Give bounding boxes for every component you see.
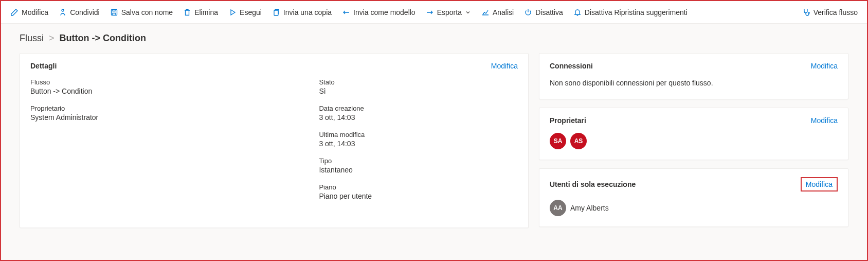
connections-title: Connessioni	[550, 62, 593, 70]
connections-empty-text: Non sono disponibili connessioni per que…	[550, 78, 838, 89]
svg-point-0	[62, 9, 64, 11]
delete-label: Elimina	[194, 8, 218, 16]
connections-card: Connessioni Modifica Non sono disponibil…	[539, 53, 848, 99]
analysis-button[interactable]: Analisi	[476, 5, 519, 20]
breadcrumb-separator: >	[49, 33, 55, 44]
status-label: Stato	[319, 78, 518, 86]
owner-value: System Administrator	[30, 113, 298, 121]
breadcrumb-current: Button -> Condition	[60, 33, 146, 44]
owners-edit-link[interactable]: Modifica	[811, 116, 838, 125]
toggle-suggestions-button[interactable]: Disattiva Ripristina suggerimenti	[568, 5, 693, 20]
send-template-label: Invia come modello	[353, 8, 415, 16]
owner-persona[interactable]: AS	[570, 133, 587, 149]
modified-value: 3 ott, 14:03	[319, 140, 518, 148]
plan-value: Piano per utente	[319, 192, 518, 200]
type-label: Tipo	[319, 157, 518, 165]
power-icon	[524, 8, 532, 16]
disable-label: Disattiva	[535, 8, 563, 16]
send-copy-button[interactable]: Invia una copia	[267, 5, 337, 20]
run-label: Esegui	[240, 8, 262, 16]
owner-persona[interactable]: SA	[550, 133, 566, 149]
share-label: Condividi	[70, 8, 100, 16]
delete-button[interactable]: Elimina	[178, 5, 223, 20]
stethoscope-icon	[802, 8, 810, 16]
svg-rect-1	[111, 9, 117, 15]
pencil-icon	[10, 8, 19, 16]
save-as-button[interactable]: Salva con nome	[105, 5, 178, 20]
export-icon	[426, 8, 434, 16]
status-value: Sì	[319, 87, 518, 95]
owners-title: Proprietari	[550, 116, 586, 125]
type-value: Istantaneo	[319, 166, 518, 174]
export-button[interactable]: Esporta	[421, 5, 476, 20]
run-only-title: Utenti di sola esecuzione	[550, 180, 636, 188]
bell-icon	[573, 8, 582, 16]
run-only-edit-link[interactable]: Modifica	[801, 177, 838, 192]
details-card: Dettagli Modifica Flusso Button -> Condi…	[20, 53, 529, 228]
details-edit-link[interactable]: Modifica	[491, 62, 518, 70]
trash-icon	[183, 8, 191, 16]
edit-button[interactable]: Modifica	[5, 5, 53, 20]
send-icon	[342, 8, 350, 16]
verify-flow-button[interactable]: Verifica flusso	[797, 5, 863, 20]
modified-label: Ultima modifica	[319, 131, 518, 138]
verify-flow-label: Verifica flusso	[813, 8, 858, 16]
export-label: Esporta	[437, 8, 462, 16]
share-button[interactable]: Condividi	[53, 5, 105, 20]
flow-label: Flusso	[30, 78, 298, 86]
details-title: Dettagli	[30, 62, 57, 70]
analysis-label: Analisi	[493, 8, 514, 16]
save-as-label: Salva con nome	[121, 8, 173, 16]
play-icon	[228, 8, 237, 16]
run-only-user-name: Amy Alberts	[570, 204, 609, 212]
created-value: 3 ott, 14:03	[319, 113, 518, 121]
svg-rect-2	[274, 10, 278, 15]
command-bar: Modifica Condividi Salva con nome Elimin…	[1, 1, 867, 24]
disable-button[interactable]: Disattiva	[519, 5, 568, 20]
chart-icon	[481, 8, 490, 16]
flow-value: Button -> Condition	[30, 87, 298, 95]
edit-label: Modifica	[22, 8, 48, 16]
send-template-button[interactable]: Invia come modello	[337, 5, 421, 20]
send-copy-label: Invia una copia	[283, 8, 332, 16]
owner-label: Proprietario	[30, 105, 298, 112]
run-only-user-persona[interactable]: AA	[550, 200, 566, 216]
breadcrumb: Flussi > Button -> Condition	[20, 33, 848, 44]
run-button[interactable]: Esegui	[223, 5, 267, 20]
copy-icon	[272, 8, 280, 16]
plan-label: Piano	[319, 183, 518, 191]
svg-point-3	[808, 12, 809, 13]
chevron-down-icon	[465, 9, 471, 15]
owners-card: Proprietari Modifica SA AS	[539, 108, 848, 160]
connections-edit-link[interactable]: Modifica	[811, 62, 838, 70]
created-label: Data creazione	[319, 105, 518, 112]
breadcrumb-root[interactable]: Flussi	[20, 33, 44, 44]
run-only-users-card: Utenti di sola esecuzione Modifica AA Am…	[539, 168, 848, 227]
toggle-suggestions-label: Disattiva Ripristina suggerimenti	[585, 8, 688, 16]
save-icon	[110, 8, 118, 16]
share-icon	[59, 8, 67, 16]
